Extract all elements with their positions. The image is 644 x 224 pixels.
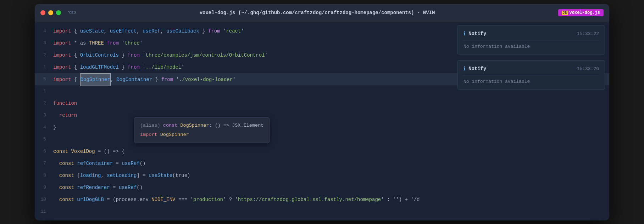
tooltip-popup: (alias) const DogSpinner: () => JSX.Elem… xyxy=(134,117,270,143)
notifications-panel: ℹ Notify 15:33:22 No information availab… xyxy=(453,22,609,92)
notif-header-1: ℹ Notify 15:33:22 xyxy=(463,30,599,37)
line-number: 5 xyxy=(35,73,53,85)
notif-title-2: Notify xyxy=(468,66,486,71)
notif-header-2: ℹ Notify 15:33:26 xyxy=(463,65,599,72)
tooltip-import-kw: import xyxy=(140,132,157,137)
titlebar: ⌥⌘3 voxel-dog.js (~/.ghq/github.com/craf… xyxy=(35,4,609,22)
tooltip-line-2: import DogSpinner xyxy=(140,130,263,139)
notif-body-1: No information available xyxy=(463,44,599,49)
code-line-brace: 4 } xyxy=(35,121,609,133)
code-line-10: 10 const urlDogGLB = (process.env.NODE_E… xyxy=(35,194,609,206)
editor-area: 4 import { useState, useEffect, useRef, … xyxy=(35,22,609,220)
code-line-8: 8 const [loading, setLoading] = useState… xyxy=(35,170,609,182)
code-line-return: 3 return xyxy=(35,109,609,121)
code-content: function xyxy=(53,97,609,109)
notif-title-row-2: ℹ Notify xyxy=(463,65,486,72)
notif-time-2: 15:33:26 xyxy=(577,66,599,71)
code-content: const refContainer = useRef() xyxy=(53,157,609,170)
tooltip-alias-text: (alias) xyxy=(140,123,163,128)
line-number: 1 xyxy=(35,61,53,73)
notif-divider-2 xyxy=(463,75,599,75)
line-number: 8 xyxy=(35,170,53,182)
notif-body-2: No information available xyxy=(463,79,599,84)
tooltip-ident-2: DogSpinner xyxy=(160,132,189,137)
code-line-6: 6 const VoxelDog = () => { xyxy=(35,145,609,157)
line-number: 11 xyxy=(35,206,53,218)
keyboard-shortcut: ⌥⌘3 xyxy=(68,10,76,16)
window-title: voxel-dog.js (~/.ghq/github.com/craftzdo… xyxy=(80,10,554,16)
file-badge: JS voxel-dog.js xyxy=(558,9,604,16)
notif-time-1: 15:33:22 xyxy=(577,31,599,36)
notif-title-row-1: ℹ Notify xyxy=(463,30,486,37)
line-number: 3 xyxy=(35,109,53,121)
code-line-11: 11 xyxy=(35,206,609,218)
code-line-9: 9 const refRenderer = useRef() xyxy=(35,182,609,194)
minimize-button[interactable] xyxy=(48,10,53,15)
editor-window: ⌥⌘3 voxel-dog.js (~/.ghq/github.com/craf… xyxy=(35,4,609,220)
tooltip-ident-1: DogSpinner xyxy=(180,123,209,128)
line-number: 4 xyxy=(35,25,53,37)
code-line-7: 7 const refContainer = useRef() xyxy=(35,157,609,170)
info-icon-1: ℹ xyxy=(463,30,466,37)
code-content: const VoxelDog = () => { xyxy=(53,145,609,157)
line-number: 1 xyxy=(35,85,53,97)
traffic-lights xyxy=(40,10,61,15)
line-number: 9 xyxy=(35,182,53,194)
line-number: 4 xyxy=(35,121,53,133)
tooltip-line-1: (alias) const DogSpinner: () => JSX.Elem… xyxy=(140,121,263,130)
line-number: 3 xyxy=(35,37,53,49)
notification-card-1: ℹ Notify 15:33:22 No information availab… xyxy=(457,25,605,54)
line-number: 10 xyxy=(35,194,53,206)
code-content: const refRenderer = useRef() xyxy=(53,182,609,194)
line-number: 5 xyxy=(35,133,53,145)
js-badge-label: JS xyxy=(562,11,568,15)
code-line-blank2: 5 xyxy=(35,133,609,145)
info-icon-2: ℹ xyxy=(463,65,466,72)
close-button[interactable] xyxy=(40,10,45,15)
code-line-function: 2 function xyxy=(35,97,609,109)
line-number: 7 xyxy=(35,157,53,170)
tooltip-type: : () => JSX.Element xyxy=(209,123,263,128)
notification-card-2: ℹ Notify 15:33:26 No information availab… xyxy=(457,60,605,90)
notif-divider-1 xyxy=(463,40,599,40)
line-number: 6 xyxy=(35,145,53,157)
file-badge-name: voxel-dog.js xyxy=(570,10,600,15)
fullscreen-button[interactable] xyxy=(56,10,61,15)
notif-title-1: Notify xyxy=(468,31,486,36)
line-number: 2 xyxy=(35,97,53,109)
code-content: const [loading, setLoading] = useState(t… xyxy=(53,170,609,182)
tooltip-const-kw: const xyxy=(163,123,178,128)
code-content: const urlDogGLB = (process.env.NODE_ENV … xyxy=(53,194,609,206)
line-number: 2 xyxy=(35,49,53,61)
